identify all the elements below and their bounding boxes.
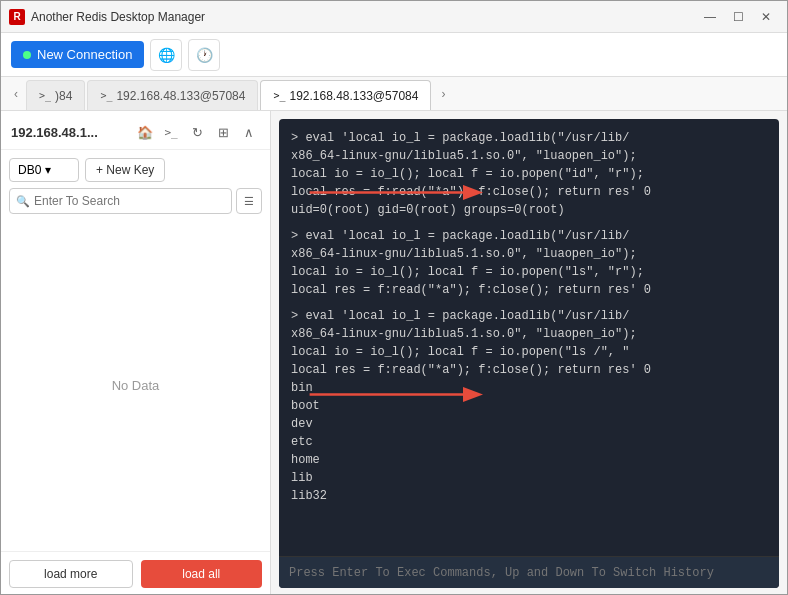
terminal-output[interactable]: > eval 'local io_l = package.loadlib("/u…	[279, 119, 779, 556]
terminal-line: dev	[291, 415, 767, 433]
load-more-label: load more	[44, 567, 97, 581]
titlebar: R Another Redis Desktop Manager — ☐ ✕	[1, 1, 787, 33]
terminal-input[interactable]	[289, 566, 769, 580]
terminal-line: bin	[291, 379, 767, 397]
db-select-value: DB0	[18, 163, 41, 177]
new-key-label: + New Key	[96, 163, 154, 177]
load-all-button[interactable]: load all	[141, 560, 263, 588]
db-select[interactable]: DB0 ▾	[9, 158, 79, 182]
tab-2-label: 192.168.48.133@57084	[289, 89, 418, 103]
terminal-line: boot	[291, 397, 767, 415]
terminal-line: x86_64-linux-gnu/liblua5.1.so.0", "luaop…	[291, 325, 767, 343]
sidebar-header: 192.168.48.1... 🏠 >_ ↻ ⊞ ∧	[1, 111, 270, 150]
minimize-button[interactable]: —	[697, 7, 723, 27]
tab-0-icon: >_	[39, 90, 51, 101]
tab-2[interactable]: >_ 192.168.48.133@57084	[260, 80, 431, 110]
filter-icon: ☰	[244, 195, 254, 208]
sidebar: 192.168.48.1... 🏠 >_ ↻ ⊞ ∧ DB0 ▾ + New K…	[1, 111, 271, 595]
toolbar: New Connection 🌐 🕐	[1, 33, 787, 77]
search-row: 🔍 ☰	[1, 188, 270, 220]
sidebar-grid-button[interactable]: ⊞	[212, 121, 234, 143]
window-controls: — ☐ ✕	[697, 7, 779, 27]
terminal-line: > eval 'local io_l = package.loadlib("/u…	[291, 129, 767, 147]
sidebar-refresh-button[interactable]: ↻	[186, 121, 208, 143]
close-button[interactable]: ✕	[753, 7, 779, 27]
load-more-button[interactable]: load more	[9, 560, 133, 588]
app-title: Another Redis Desktop Manager	[31, 10, 697, 24]
terminal-input-row	[279, 556, 779, 588]
globe-button[interactable]: 🌐	[150, 39, 182, 71]
terminal-line: x86_64-linux-gnu/liblua5.1.so.0", "luaop…	[291, 147, 767, 165]
terminal-line: local io = io_l(); local f = io.popen("l…	[291, 343, 767, 361]
content-area: > eval 'local io_l = package.loadlib("/u…	[271, 111, 787, 595]
terminal-panel: > eval 'local io_l = package.loadlib("/u…	[279, 119, 779, 588]
main-layout: 192.168.48.1... 🏠 >_ ↻ ⊞ ∧ DB0 ▾ + New K…	[1, 111, 787, 595]
terminal-line: local res = f:read("*a"); f:close(); ret…	[291, 361, 767, 379]
terminal-line: local res = f:read("*a"); f:close(); ret…	[291, 183, 767, 201]
terminal-line: uid=0(root) gid=0(root) groups=0(root)	[291, 201, 767, 219]
sidebar-collapse-button[interactable]: ∧	[238, 121, 260, 143]
globe-icon: 🌐	[158, 47, 175, 63]
clock-icon: 🕐	[196, 47, 213, 63]
clock-button[interactable]: 🕐	[188, 39, 220, 71]
terminal-line: x86_64-linux-gnu/liblua5.1.so.0", "luaop…	[291, 245, 767, 263]
connection-status-dot	[23, 51, 31, 59]
tabs-bar: ‹ >_ )84 >_ 192.168.48.133@57084 >_ 192.…	[1, 77, 787, 111]
sidebar-footer: load more load all	[1, 551, 270, 595]
terminal-line: local res = f:read("*a"); f:close(); ret…	[291, 281, 767, 299]
maximize-button[interactable]: ☐	[725, 7, 751, 27]
terminal-line	[291, 299, 767, 307]
terminal-line: local io = io_l(); local f = io.popen("i…	[291, 165, 767, 183]
load-all-label: load all	[182, 567, 220, 581]
terminal-line: home	[291, 451, 767, 469]
no-data-text: No Data	[112, 378, 160, 393]
terminal-line: > eval 'local io_l = package.loadlib("/u…	[291, 227, 767, 245]
new-connection-button[interactable]: New Connection	[11, 41, 144, 68]
sidebar-controls: DB0 ▾ + New Key	[1, 150, 270, 188]
tab-1-label: 192.168.48.133@57084	[116, 89, 245, 103]
search-icon: 🔍	[16, 195, 30, 208]
tabs-next-button[interactable]: ›	[433, 84, 453, 104]
sidebar-actions: 🏠 >_ ↻ ⊞ ∧	[134, 121, 260, 143]
tab-0-label: )84	[55, 89, 72, 103]
terminal-line: > eval 'local io_l = package.loadlib("/u…	[291, 307, 767, 325]
terminal-line: lib32	[291, 487, 767, 505]
new-connection-label: New Connection	[37, 47, 132, 62]
terminal-line	[291, 219, 767, 227]
filter-button[interactable]: ☰	[236, 188, 262, 214]
tab-0[interactable]: >_ )84	[26, 80, 85, 110]
search-input-wrap[interactable]: 🔍	[9, 188, 232, 214]
terminal-line: etc	[291, 433, 767, 451]
tab-1[interactable]: >_ 192.168.48.133@57084	[87, 80, 258, 110]
sidebar-no-data: No Data	[1, 220, 270, 551]
terminal-line: lib	[291, 469, 767, 487]
sidebar-home-button[interactable]: 🏠	[134, 121, 156, 143]
search-input[interactable]	[34, 194, 225, 208]
tab-2-icon: >_	[273, 90, 285, 101]
db-select-chevron-icon: ▾	[45, 163, 51, 177]
tab-1-icon: >_	[100, 90, 112, 101]
sidebar-connection-title: 192.168.48.1...	[11, 125, 98, 140]
sidebar-terminal-button[interactable]: >_	[160, 121, 182, 143]
tabs-prev-button[interactable]: ‹	[6, 84, 26, 104]
new-key-button[interactable]: + New Key	[85, 158, 165, 182]
terminal-line: local io = io_l(); local f = io.popen("l…	[291, 263, 767, 281]
app-icon: R	[9, 9, 25, 25]
